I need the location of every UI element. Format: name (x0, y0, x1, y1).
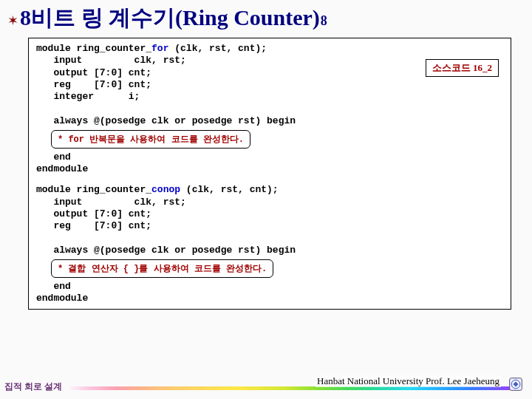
footer-course-name: 집적 회로 설계 (4, 381, 62, 393)
code-area: 소스코드 16_2 module ring_counter_for (clk, … (0, 35, 532, 310)
code-lines-end: end endmodule (36, 281, 505, 305)
university-logo-icon (508, 377, 523, 392)
slide-title: 8비트 링 계수기(Ring Counter)8 (20, 3, 327, 33)
instruction-for: * for 반복문을 사용하여 코드를 완성한다. (51, 130, 250, 149)
slide-footer: 집적 회로 설계 Hanbat National University Prof… (0, 378, 532, 395)
footer-credit: Hanbat National University Prof. Lee Jae… (316, 375, 501, 387)
code-lines: module ring_counter_conop (clk, rst, cnt… (36, 184, 505, 256)
code-lines: module ring_counter_for (clk, rst, cnt);… (36, 43, 505, 127)
code-lines-end: end endmodule (36, 151, 505, 176)
sparkle-icon: ✶ (7, 14, 18, 27)
code-block-for: 소스코드 16_2 module ring_counter_for (clk, … (28, 38, 511, 180)
source-code-tag: 소스코드 16_2 (426, 59, 499, 77)
code-block-conop: module ring_counter_conop (clk, rst, cnt… (28, 180, 511, 310)
slide-title-row: ✶ 8비트 링 계수기(Ring Counter)8 (0, 0, 532, 35)
instruction-concat: * 결합 연산자 { }를 사용하여 코드를 완성한다. (51, 259, 273, 278)
